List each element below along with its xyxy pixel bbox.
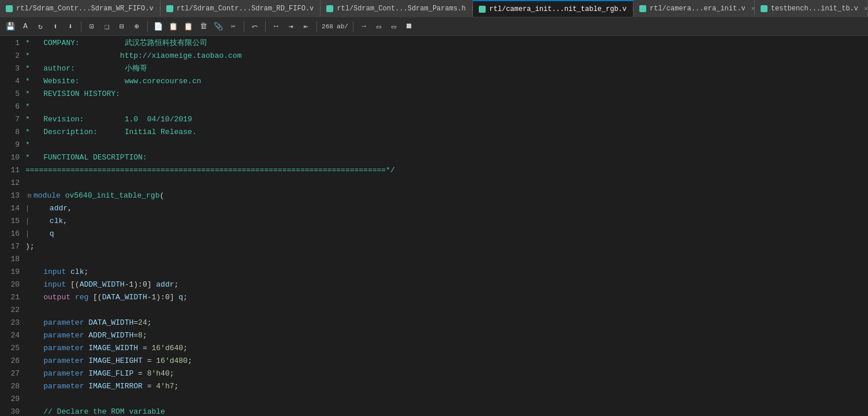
toolbar-sep-4	[265, 21, 266, 32]
tab-icon-sdram-wr	[6, 5, 13, 12]
toolbar-btn-17[interactable]: ↔	[269, 20, 283, 34]
code-line: *	[25, 101, 860, 113]
toolbar-btn-11[interactable]: 📋	[166, 20, 180, 34]
toolbar-btn-22[interactable]: →	[357, 20, 371, 34]
toolbar-btn-8[interactable]: ⊟	[115, 20, 129, 34]
code-line: │ clk,	[25, 215, 860, 228]
code-line: * COMPANY: 武汉芯路恒科技有限公司	[25, 37, 860, 50]
code-line: input clk;	[25, 266, 860, 278]
toolbar-btn-14[interactable]: 📎	[211, 20, 225, 34]
code-line: parameter IMAGE_MIRROR = 4'h7;	[25, 380, 860, 393]
toolbar-btn-18[interactable]: ⇥	[284, 20, 298, 34]
code-line: │ q	[25, 228, 860, 240]
code-line: // Declare the ROM variable	[25, 406, 860, 416]
tab-icon-camera-init-table	[479, 6, 486, 13]
toolbar-btn-24[interactable]: ▭	[387, 20, 401, 34]
code-line: * Website: www.corecourse.cn	[25, 75, 860, 88]
tab-icon-sdram-rd	[166, 5, 173, 12]
tab-icon-testbench	[761, 5, 768, 12]
tab-close-testbench[interactable]: ✕	[864, 5, 868, 12]
tab-icon-sdram-params	[326, 5, 333, 12]
tab-label-camera-init-table: rtl/camera_init...nit_table_rgb.v	[489, 5, 627, 13]
code-line: input [(ADDR_WIDTH-1):0] addr;	[25, 278, 860, 291]
code-line: ========================================…	[25, 164, 860, 177]
tab-label-camera-era-init: rtl/camera...era_init.v	[650, 5, 746, 13]
toolbar-btn-7[interactable]: ❑	[100, 20, 114, 34]
toolbar-btn-16[interactable]: ⤺	[248, 20, 262, 34]
code-line: output reg [(DATA_WIDTH-1):0] q;	[25, 291, 860, 304]
tab-camera-init-table[interactable]: rtl/camera_init...nit_table_rgb.v ✕	[473, 0, 634, 17]
tab-sdram-wr[interactable]: rtl/Sdram_Contr...Sdram_WR_FIFO.v ✕	[0, 0, 161, 17]
toolbar-btn-1[interactable]: 💾	[3, 20, 17, 34]
code-line: ⊟module ov5640_init_table_rgb(	[25, 190, 860, 202]
tab-camera-era-init[interactable]: rtl/camera...era_init.v ✕	[634, 0, 755, 17]
toolbar-btn-9[interactable]: ⊕	[130, 20, 144, 34]
toolbar-btn-5[interactable]: ⬇	[64, 20, 77, 34]
code-area: 1234567891011121314151617181920212223242…	[0, 36, 868, 416]
toolbar-btn-4[interactable]: ⬆	[49, 20, 62, 34]
toolbar-sep-3	[244, 21, 244, 32]
toolbar-btn-23[interactable]: ▭	[372, 20, 386, 34]
tab-bar: rtl/Sdram_Contr...Sdram_WR_FIFO.v ✕ rtl/…	[0, 0, 868, 17]
code-line: parameter IMAGE_FLIP = 8'h40;	[25, 367, 860, 380]
code-line: * REVISION HISTORY:	[25, 88, 860, 101]
code-line: parameter IMAGE_HEIGHT = 16'd480;	[25, 355, 860, 367]
tab-label-sdram-wr: rtl/Sdram_Contr...Sdram_WR_FIFO.v	[16, 5, 154, 13]
code-line	[25, 177, 860, 190]
toolbar-btn-10[interactable]: 📄	[151, 20, 165, 34]
code-line: *	[25, 139, 860, 151]
line-numbers: 1234567891011121314151617181920212223242…	[0, 36, 23, 416]
toolbar-sep-5	[316, 21, 317, 32]
toolbar-btn-6[interactable]: ⊡	[85, 20, 99, 34]
code-content[interactable]: * COMPANY: 武汉芯路恒科技有限公司* http://xiaomeige…	[23, 36, 860, 416]
toolbar: 💾 A ↻ ⬆ ⬇ ⊡ ❑ ⊟ ⊕ 📄 📋 📋 🗑 📎 ✂ ⤺ ↔ ⇥ ⇤ 26…	[0, 17, 868, 36]
code-line: │ addr,	[25, 202, 860, 215]
tab-testbench[interactable]: testbench...init_tb.v ✕	[755, 0, 868, 17]
tab-label-sdram-rd: rtl/Sdram_Contr...Sdram_RD_FIFO.v	[177, 5, 314, 13]
code-line: parameter IMAGE_WIDTH = 16'd640;	[25, 342, 860, 355]
scrollbar-track[interactable]	[860, 36, 868, 416]
toolbar-btn-19[interactable]: ⇤	[299, 20, 313, 34]
code-line: * Description: Initial Release.	[25, 126, 860, 139]
toolbar-btn-15[interactable]: ✂	[226, 20, 240, 34]
toolbar-sep-6	[353, 21, 353, 32]
code-line: * http://xiaomeige.taobao.com	[25, 50, 860, 62]
toolbar-btn-20[interactable]: 268	[321, 20, 334, 34]
tab-sdram-params[interactable]: rtl/Sdram_Cont...Sdram_Params.h ✕	[321, 0, 473, 17]
toolbar-btn-25[interactable]: ⏹	[402, 20, 416, 34]
code-line: );	[25, 240, 860, 253]
code-line: parameter ADDR_WIDTH=8;	[25, 329, 860, 342]
toolbar-btn-21[interactable]: ab/	[336, 20, 349, 34]
toolbar-sep-2	[147, 21, 148, 32]
code-line	[25, 304, 860, 317]
toolbar-btn-13[interactable]: 🗑	[196, 20, 210, 34]
tab-label-testbench: testbench...init_tb.v	[771, 5, 858, 13]
code-line	[25, 393, 860, 406]
code-line: * FUNCTIONAL DESCRIPTION:	[25, 151, 860, 164]
tab-sdram-rd[interactable]: rtl/Sdram_Contr...Sdram_RD_FIFO.v ✕	[161, 0, 321, 17]
toolbar-sep-1	[81, 21, 81, 32]
tab-icon-camera-era-init	[639, 5, 646, 12]
toolbar-btn-2[interactable]: A	[18, 20, 32, 34]
code-line: * Revision: 1.0 04/10/2019	[25, 113, 860, 126]
toolbar-btn-3[interactable]: ↻	[33, 20, 47, 34]
code-line	[25, 253, 860, 266]
tab-label-sdram-params: rtl/Sdram_Cont...Sdram_Params.h	[337, 5, 465, 13]
code-line: * author: 小梅哥	[25, 62, 860, 75]
toolbar-btn-12[interactable]: 📋	[181, 20, 195, 34]
code-line: parameter DATA_WIDTH=24;	[25, 317, 860, 329]
